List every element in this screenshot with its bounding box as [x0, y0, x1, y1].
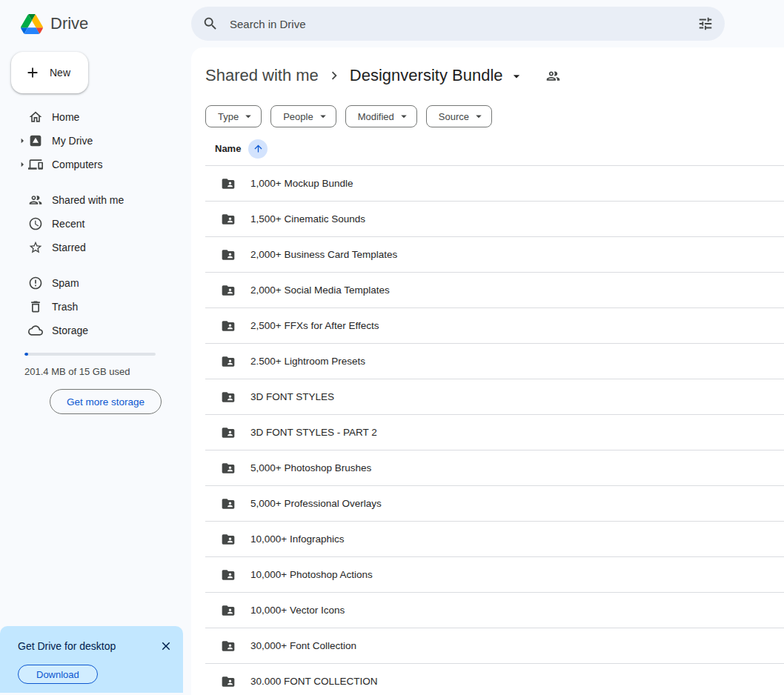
- folder-shared-icon: [221, 532, 236, 547]
- download-button[interactable]: Download: [18, 665, 98, 684]
- filter-chip-label: Type: [218, 111, 239, 122]
- filter-chip-label: People: [283, 111, 313, 122]
- clock-icon: [28, 216, 43, 231]
- filter-chip-modified[interactable]: Modified: [345, 105, 417, 127]
- expand-caret-icon[interactable]: [16, 159, 28, 170]
- folder-name: 2,000+ Business Card Templates: [250, 249, 397, 260]
- sidebar-item-my-drive[interactable]: My Drive: [0, 129, 179, 153]
- new-button-label: New: [50, 67, 70, 79]
- sidebar-item-label: Trash: [52, 301, 78, 313]
- folder-row[interactable]: 2,000+ Business Card Templates: [205, 237, 784, 273]
- folder-name: 30,000+ Font Collection: [250, 640, 356, 651]
- expand-caret-icon[interactable]: [16, 135, 28, 147]
- sidebar-item-spam[interactable]: Spam: [0, 271, 179, 295]
- folder-name: 10,000+ Vector Icons: [250, 605, 345, 616]
- sidebar-item-label: My Drive: [52, 135, 93, 147]
- caret-down-icon: [509, 69, 524, 84]
- filter-chip-people[interactable]: People: [270, 105, 336, 127]
- chevron-right-icon: [326, 67, 342, 84]
- storage-progress-fill: [24, 353, 28, 356]
- folder-row[interactable]: 5,000+ Photoshop Brushes: [205, 450, 784, 486]
- sidebar-item-label: Shared with me: [52, 194, 124, 206]
- filter-chips: TypePeopleModifiedSource: [205, 105, 784, 127]
- sidebar-group: HomeMy DriveComputers: [0, 105, 191, 176]
- folder-row[interactable]: 30,000+ Font Collection: [205, 628, 784, 664]
- sidebar-item-label: Recent: [52, 218, 84, 230]
- folder-shared-icon: [221, 639, 236, 654]
- folder-shared-icon: [221, 603, 236, 618]
- sidebar-item-recent[interactable]: Recent: [0, 212, 179, 236]
- plus-icon: [24, 64, 41, 81]
- new-button[interactable]: New: [11, 52, 88, 93]
- members-icon[interactable]: [542, 64, 565, 87]
- banner-title: Get Drive for desktop: [18, 640, 116, 652]
- sidebar: New HomeMy DriveComputersShared with meR…: [0, 47, 191, 695]
- sidebar-item-storage[interactable]: Storage: [0, 319, 179, 342]
- storage-section: 201.4 MB of 15 GB used Get more storage: [24, 353, 156, 414]
- folder-row[interactable]: 1,000+ Mockup Bundle: [205, 166, 784, 202]
- caret-down-icon: [397, 110, 411, 123]
- breadcrumb-parent[interactable]: Shared with me: [205, 66, 319, 85]
- trash-icon: [28, 299, 43, 314]
- folder-row[interactable]: 10,000+ Infographics: [205, 522, 784, 557]
- sort-ascending-button[interactable]: [248, 139, 268, 159]
- storage-usage-text: 201.4 MB of 15 GB used: [24, 366, 156, 377]
- folder-shared-icon: [221, 247, 236, 262]
- folder-row[interactable]: 30.000 FONT COLLECTION: [205, 664, 784, 695]
- folder-shared-icon: [221, 568, 236, 582]
- search-input[interactable]: [225, 18, 691, 30]
- close-icon[interactable]: [155, 635, 177, 657]
- folder-shared-icon: [221, 674, 236, 689]
- folder-row[interactable]: 2,500+ FFXs for After Effects: [205, 308, 784, 344]
- my-drive-icon: [28, 133, 43, 148]
- folder-row[interactable]: 1,500+ Cinematic Sounds: [205, 202, 784, 237]
- folder-name: 3D FONT STYLES - PART 2: [250, 427, 377, 438]
- filter-chip-label: Modified: [358, 111, 394, 122]
- sidebar-item-computers[interactable]: Computers: [0, 153, 179, 176]
- folder-name: 10,000+ Infographics: [250, 533, 344, 545]
- get-more-storage-button[interactable]: Get more storage: [50, 389, 162, 414]
- folder-shared-icon: [221, 176, 236, 191]
- search-bar[interactable]: [191, 7, 725, 41]
- breadcrumb: Shared with me Designversity Bundle: [205, 64, 784, 87]
- main-content: Shared with me Designversity Bundle Type…: [191, 47, 784, 695]
- sidebar-group: Shared with meRecentStarred: [0, 188, 191, 259]
- sidebar-item-home[interactable]: Home: [0, 105, 179, 129]
- folder-shared-icon: [221, 390, 236, 405]
- folder-shared-icon: [221, 354, 236, 369]
- filter-chip-source[interactable]: Source: [426, 105, 492, 127]
- folder-row[interactable]: 10,000+ Vector Icons: [205, 593, 784, 628]
- sidebar-item-trash[interactable]: Trash: [0, 295, 179, 319]
- folder-name: 2.500+ Lightroom Presets: [250, 356, 365, 367]
- folder-name: 5,000+ Professional Overlays: [250, 498, 382, 509]
- folder-row[interactable]: 10,000+ Photoshop Actions: [205, 557, 784, 593]
- sidebar-group: SpamTrashStorage: [0, 271, 191, 342]
- sidebar-nav: HomeMy DriveComputersShared with meRecen…: [0, 105, 191, 342]
- drive-brand[interactable]: Drive: [0, 14, 191, 34]
- folder-shared-icon: [221, 496, 236, 511]
- folder-row[interactable]: 3D FONT STYLES - PART 2: [205, 415, 784, 450]
- folder-shared-icon: [221, 425, 236, 440]
- advanced-search-icon[interactable]: [691, 9, 720, 39]
- caret-down-icon: [242, 110, 255, 123]
- sidebar-item-shared-with-me[interactable]: Shared with me: [0, 188, 179, 212]
- folder-row[interactable]: 5,000+ Professional Overlays: [205, 486, 784, 522]
- folder-row[interactable]: 2.500+ Lightroom Presets: [205, 344, 784, 379]
- people-icon: [28, 193, 43, 207]
- breadcrumb-current[interactable]: Designversity Bundle: [350, 66, 524, 85]
- sidebar-item-label: Storage: [52, 325, 88, 336]
- sidebar-item-starred[interactable]: Starred: [0, 236, 179, 259]
- search-icon[interactable]: [196, 9, 225, 39]
- filter-chip-type[interactable]: Type: [205, 105, 262, 127]
- sidebar-item-label: Computers: [52, 159, 102, 170]
- folder-name: 10,000+ Photoshop Actions: [250, 569, 373, 580]
- folder-row[interactable]: 3D FONT STYLES: [205, 379, 784, 415]
- folder-shared-icon: [221, 461, 236, 476]
- name-column-header[interactable]: Name: [215, 143, 241, 154]
- folder-shared-icon: [221, 283, 236, 298]
- folder-name: 3D FONT STYLES: [250, 391, 334, 402]
- folder-row[interactable]: 2,000+ Social Media Templates: [205, 273, 784, 308]
- file-list: Name 1,000+ Mockup Bundle1,500+ Cinemati…: [205, 132, 784, 695]
- drive-desktop-banner: Get Drive for desktop Download: [0, 626, 183, 693]
- sidebar-item-label: Home: [52, 111, 79, 123]
